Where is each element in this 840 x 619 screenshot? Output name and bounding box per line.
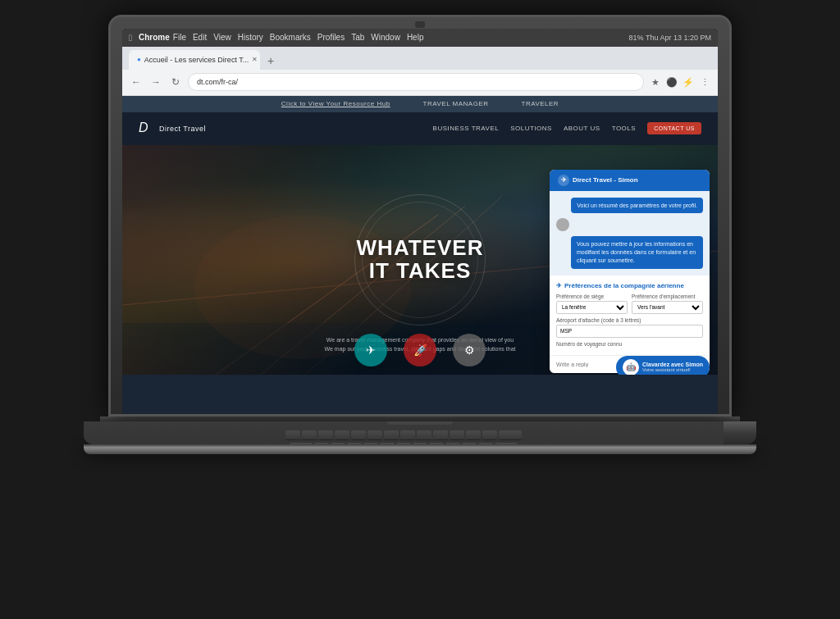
keyboard-container [84, 421, 756, 444]
nav-business-travel[interactable]: BUSINESS TRAVEL [433, 125, 500, 132]
chat-header-icon: ✈ [558, 175, 569, 186]
airport-input[interactable] [556, 325, 703, 338]
logo-icon: D [139, 121, 155, 137]
reload-button[interactable]: ↻ [168, 75, 183, 89]
bottom-icon-2[interactable]: 🚀 [404, 334, 436, 366]
chat-bubble-2: Vous pouvez mettre à jour les informatio… [571, 236, 703, 268]
key [396, 443, 411, 444]
chrome-window: ● Accueil - Les services Direct T... ✕ +… [122, 47, 718, 414]
nav-traveler[interactable]: TRAVELER [522, 100, 559, 107]
menu-file[interactable]: File [173, 33, 186, 42]
laptop-hinge-notch [387, 421, 453, 425]
key-enter [495, 443, 518, 444]
key [314, 443, 329, 444]
chat-widget: ✈ Direct Travel - Simon Voici un résumé … [550, 170, 710, 373]
website-content: Click to View Your Resource Hub TRAVEL M… [122, 96, 718, 414]
menu-edit[interactable]: Edit [193, 33, 207, 42]
chat-bubble-1: Voici un résumé des paramètres de votre … [571, 198, 703, 214]
key-tab [290, 443, 313, 444]
logo-text: Direct Travel [159, 125, 206, 133]
apple-logo-icon:  [129, 33, 132, 43]
key [482, 430, 497, 440]
key [400, 430, 415, 440]
announcement-link[interactable]: Click to View Your Resource Hub [281, 100, 390, 107]
bottom-icons-row: ✈ 🚀 ⚙ [354, 334, 486, 366]
key [351, 430, 366, 440]
key [384, 430, 399, 440]
back-button[interactable]: ← [129, 75, 144, 89]
menu-bookmarks[interactable]: Bookmarks [270, 33, 311, 42]
chat-messages: Voici un résumé des paramètres de votre … [550, 191, 710, 275]
placement-pref-select[interactable]: Vers l'avant Milieu Arrière [632, 301, 703, 314]
placement-pref-label: Préférence d'emplacement [632, 294, 703, 299]
macos-menu: File Edit View History Bookmarks Profile… [173, 33, 424, 42]
menu-history[interactable]: History [238, 33, 263, 42]
macos-bar:  Chrome File Edit View History Bookmark… [122, 29, 718, 47]
chat-form-title: ✈ Préférences de la compagnie aérienne [556, 282, 703, 289]
bottom-icon-1-symbol: ✈ [366, 344, 376, 357]
key [433, 430, 448, 440]
key-row-2 [290, 443, 518, 444]
macos-menu-chrome[interactable]: Chrome [139, 33, 170, 42]
menu-window[interactable]: Window [371, 33, 400, 42]
laptop-screen-shell:  Chrome File Edit View History Bookmark… [108, 15, 732, 416]
bottom-icon-3[interactable]: ⚙ [453, 334, 486, 366]
chat-launcher-line2: Votre assistant virtuel! [642, 367, 703, 372]
seat-pref-select[interactable]: La fenêtre Couloir Centre [556, 301, 628, 314]
screen-bezel:  Chrome File Edit View History Bookmark… [122, 29, 718, 414]
traveler-num-label: Numéro de voyageur connu [556, 341, 703, 347]
extensions-icon[interactable]: ⚡ [682, 75, 695, 89]
menu-tab[interactable]: Tab [351, 33, 364, 42]
laptop-notch [415, 21, 425, 28]
key [302, 430, 317, 440]
chat-header: ✈ Direct Travel - Simon [550, 170, 710, 191]
key [413, 443, 427, 444]
laptop-outer:  Chrome File Edit View History Bookmark… [84, 15, 756, 605]
profile-icon[interactable]: ⚫ [665, 75, 678, 89]
chat-avatar [556, 218, 569, 231]
chat-launcher-line1: Clavardez avec Simon [642, 362, 703, 367]
laptop-stand [84, 444, 756, 454]
nav-about-us[interactable]: ABOUT US [564, 125, 600, 132]
menu-profiles[interactable]: Profiles [317, 33, 345, 42]
bookmark-icon[interactable]: ★ [649, 75, 662, 89]
key [285, 430, 300, 440]
os-status: 81% Thu Apr 13 1:20 PM [629, 34, 711, 42]
key [450, 430, 464, 440]
chrome-tab-active[interactable]: ● Accueil - Les services Direct T... ✕ [129, 50, 260, 70]
bottom-icon-2-symbol: 🚀 [413, 344, 427, 357]
hero-title-line1: WHATEVER [357, 236, 484, 260]
seat-pref-label: Préférence de siège [556, 294, 628, 299]
laptop-base [84, 421, 756, 444]
key [478, 443, 493, 444]
nav-travel-manager[interactable]: TRAVEL MANAGER [423, 100, 489, 107]
key [380, 443, 395, 444]
nav-solutions[interactable]: SOLUTIONS [510, 125, 552, 132]
chat-launcher-text: Clavardez avec Simon Votre assistant vir… [642, 362, 703, 372]
bottom-icon-1[interactable]: ✈ [354, 334, 387, 366]
address-bar-input[interactable]: dt.com/fr-ca/ [188, 73, 644, 91]
chat-header-title: Direct Travel - Simon [573, 176, 638, 184]
contact-us-button[interactable]: CONTACT US [647, 122, 701, 134]
forward-button[interactable]: → [148, 75, 163, 89]
key-row-1 [285, 430, 522, 440]
chat-form-row-prefs: Préférence de siège La fenêtre Couloir C… [556, 294, 703, 314]
chrome-menu-icon[interactable]: ⋮ [698, 75, 711, 89]
keyboard-area [84, 421, 724, 444]
chat-form-title-icon: ✈ [556, 282, 562, 289]
chat-launcher[interactable]: 🤖 Clavardez avec Simon Votre assistant v… [616, 356, 710, 375]
macos-right: 81% Thu Apr 13 1:20 PM [629, 34, 711, 42]
menu-view[interactable]: View [213, 33, 231, 42]
key [368, 430, 382, 440]
chrome-tab-close-btn[interactable]: ✕ [252, 56, 258, 64]
key [429, 443, 444, 444]
nav-tools[interactable]: TOOLS [612, 125, 636, 132]
chrome-address-bar: ← → ↻ dt.com/fr-ca/ ★ ⚫ ⚡ ⋮ [122, 70, 718, 96]
site-logo[interactable]: D Direct Travel [139, 121, 206, 137]
key [462, 443, 477, 444]
chrome-new-tab-btn[interactable]: + [262, 52, 280, 70]
menu-help[interactable]: Help [407, 33, 424, 42]
key [347, 443, 362, 444]
placement-pref-col: Préférence d'emplacement Vers l'avant Mi… [632, 294, 703, 314]
key [445, 443, 460, 444]
